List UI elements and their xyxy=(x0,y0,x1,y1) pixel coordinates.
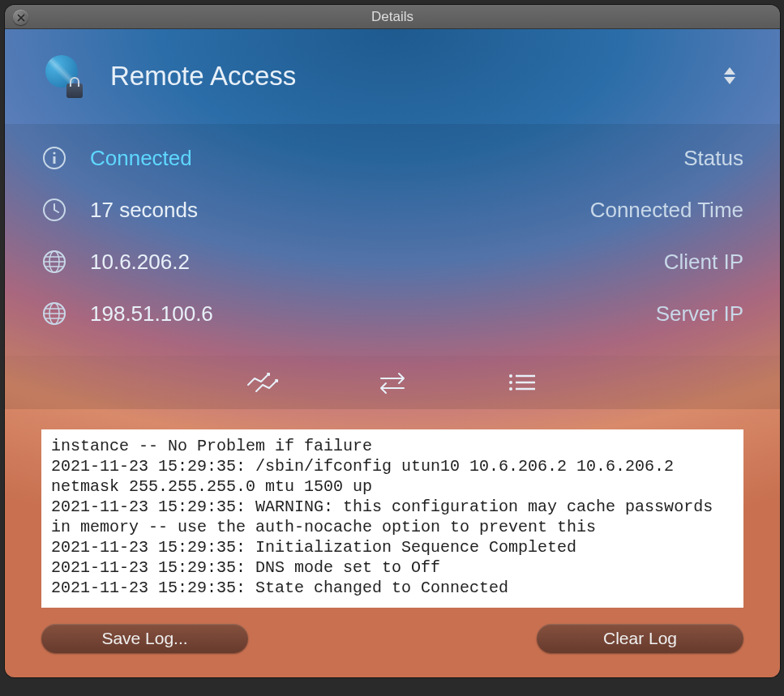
log-viewer[interactable]: instance -- No Problem if failure 2021-1… xyxy=(41,429,743,608)
tab-chart[interactable] xyxy=(246,370,279,395)
tab-transfer[interactable] xyxy=(376,370,409,395)
time-value: 17 seconds xyxy=(90,198,590,223)
sort-toggle[interactable] xyxy=(716,59,743,92)
clear-log-button[interactable]: Clear Log xyxy=(537,624,743,653)
clock-icon xyxy=(41,197,67,223)
chevron-up-icon xyxy=(724,67,735,75)
globe-icon xyxy=(41,301,67,327)
window-title: Details xyxy=(371,9,413,25)
transfer-icon xyxy=(376,370,409,395)
content-area: Remote Access Connected Status 17 second… xyxy=(5,29,780,677)
server-ip-row: 198.51.100.6 Server IP xyxy=(41,288,743,339)
save-log-button[interactable]: Save Log... xyxy=(41,624,248,653)
time-label: Connected Time xyxy=(590,198,743,223)
header: Remote Access xyxy=(5,29,780,124)
svg-point-16 xyxy=(509,381,512,384)
chart-icon xyxy=(246,370,279,395)
client-ip-value: 10.6.206.2 xyxy=(90,250,664,275)
time-row: 17 seconds Connected Time xyxy=(41,184,743,236)
svg-point-14 xyxy=(509,374,512,378)
status-row: Connected Status xyxy=(41,132,743,184)
log-text: instance -- No Problem if failure 2021-1… xyxy=(51,436,734,598)
status-label: Status xyxy=(683,146,743,171)
svg-point-18 xyxy=(509,387,512,391)
client-ip-row: 10.6.206.2 Client IP xyxy=(41,236,743,288)
tab-log[interactable] xyxy=(506,370,538,395)
button-bar: Save Log... Clear Log xyxy=(5,620,780,669)
list-icon xyxy=(506,370,538,395)
close-button[interactable] xyxy=(13,10,28,25)
tabs xyxy=(5,356,780,409)
app-icon xyxy=(41,53,86,98)
info-icon xyxy=(41,145,67,171)
client-ip-label: Client IP xyxy=(664,250,743,275)
status-value: Connected xyxy=(90,146,683,171)
svg-point-1 xyxy=(53,152,55,154)
close-icon xyxy=(17,14,25,22)
app-title: Remote Access xyxy=(110,61,716,92)
details-window: Details Remote Access Connected Status xyxy=(5,5,780,677)
lock-icon xyxy=(66,83,83,98)
titlebar: Details xyxy=(5,5,780,29)
stats-panel: Connected Status 17 seconds Connected Ti… xyxy=(5,124,780,356)
server-ip-label: Server IP xyxy=(656,301,743,327)
server-ip-value: 198.51.100.6 xyxy=(90,301,656,327)
globe-icon xyxy=(41,249,67,275)
svg-rect-2 xyxy=(54,156,56,164)
chevron-down-icon xyxy=(724,77,735,84)
